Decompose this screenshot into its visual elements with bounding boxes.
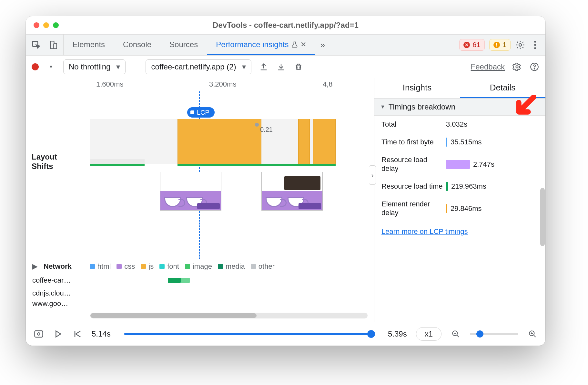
- error-count-badge[interactable]: ✕ 61: [459, 39, 484, 51]
- close-window-button[interactable]: [34, 22, 39, 28]
- network-row[interactable]: coffee-car…: [26, 274, 374, 287]
- delete-icon[interactable]: [293, 62, 304, 72]
- timeline-pane: 1,600ms 3,200ms 4,8 LCP: [26, 78, 374, 322]
- metric-label: Element render delay: [381, 200, 443, 217]
- ls-bar: [90, 164, 145, 166]
- lcp-marker[interactable]: LCP: [187, 107, 215, 118]
- record-menu-caret-icon[interactable]: ▾: [46, 62, 56, 72]
- devtools-tabstrip: Elements Console Sources Performance ins…: [26, 34, 545, 56]
- device-toggle-icon[interactable]: [48, 40, 58, 50]
- more-tabs-chevron-icon[interactable]: »: [315, 35, 330, 55]
- window-title: DevTools - coffee-cart.netlify.app/?ad=1: [26, 21, 545, 30]
- expand-caret-icon[interactable]: ▶: [32, 262, 38, 271]
- tabstrip-right: ✕ 61 ! 1: [459, 35, 545, 55]
- warning-icon: !: [493, 42, 500, 48]
- tab-label: Details: [490, 83, 515, 92]
- warning-count: 1: [502, 41, 506, 49]
- kebab-menu-icon[interactable]: [530, 40, 540, 50]
- record-button[interactable]: [32, 63, 39, 70]
- legend-js: js: [141, 262, 154, 271]
- ls-bar: [177, 164, 336, 166]
- svg-point-6: [534, 47, 536, 49]
- svg-point-4: [534, 41, 536, 43]
- svg-point-7: [516, 66, 518, 68]
- vertical-scrollbar[interactable]: [540, 123, 545, 318]
- color-swatch: [446, 160, 470, 169]
- help-icon[interactable]: [529, 62, 540, 72]
- inspect-element-icon[interactable]: [31, 40, 41, 50]
- metric-label: Resource load delay: [381, 156, 443, 173]
- playback-speed-pill[interactable]: x1: [416, 327, 441, 341]
- pane-collapse-handle[interactable]: ›: [369, 165, 376, 185]
- feedback-link[interactable]: Feedback: [471, 62, 505, 71]
- metric-load-delay: Resource load delay 2.747s: [374, 151, 545, 177]
- legend-html: html: [90, 262, 111, 271]
- svg-point-11: [37, 333, 40, 335]
- svg-point-5: [534, 44, 536, 46]
- svg-rect-10: [35, 331, 43, 337]
- metric-value: 29.846ms: [451, 204, 482, 213]
- minimize-window-button[interactable]: [43, 22, 49, 28]
- tracks-area[interactable]: LCP 0.21 Layout Shifts: [26, 91, 374, 259]
- task-block[interactable]: [298, 119, 310, 164]
- metric-value: 2.747s: [473, 160, 494, 169]
- metric-value: 219.963ms: [451, 182, 486, 191]
- color-swatch: [446, 182, 448, 191]
- tab-elements[interactable]: Elements: [64, 35, 114, 55]
- zoom-slider[interactable]: [470, 333, 518, 335]
- cls-marker[interactable]: [255, 123, 259, 127]
- close-tab-icon[interactable]: ✕: [300, 40, 306, 49]
- filmstrip-thumb[interactable]: [160, 172, 221, 211]
- play-icon[interactable]: [53, 329, 63, 339]
- tab-console[interactable]: Console: [114, 35, 160, 55]
- svg-point-9: [534, 68, 535, 69]
- learn-more-link[interactable]: Learn more on LCP timings: [381, 227, 468, 235]
- network-row[interactable]: www.goo…: [26, 300, 374, 307]
- export-icon[interactable]: [259, 62, 269, 72]
- legend-font: font: [159, 262, 179, 271]
- throttling-select[interactable]: No throttling ▾: [63, 59, 126, 74]
- scrub-slider[interactable]: [124, 333, 374, 335]
- metric-value: 3.032s: [446, 120, 467, 129]
- settings-gear-icon[interactable]: [515, 40, 525, 50]
- color-swatch: [446, 204, 447, 213]
- preview-toggle-icon[interactable]: [34, 329, 44, 339]
- network-row-name: cdnjs.clou…: [26, 289, 84, 297]
- zoom-knob[interactable]: [476, 330, 483, 338]
- main-task-block[interactable]: [177, 119, 261, 164]
- horizontal-scrollbar[interactable]: [90, 313, 368, 318]
- performance-toolbar: ▾ No throttling ▾ coffee-cart.netlify.ap…: [26, 56, 545, 78]
- metric-label: Time to first byte: [381, 138, 443, 146]
- warning-count-badge[interactable]: ! 1: [489, 39, 511, 51]
- devtools-window: DevTools - coffee-cart.netlify.app/?ad=1…: [26, 16, 545, 346]
- network-row[interactable]: cdnjs.clou…: [26, 287, 374, 300]
- import-icon[interactable]: [276, 62, 286, 72]
- panel-settings-icon[interactable]: [512, 62, 522, 72]
- legend-css: css: [117, 262, 135, 271]
- scrub-knob[interactable]: [367, 330, 375, 338]
- rewind-start-icon[interactable]: [72, 329, 83, 339]
- filmstrip-thumb[interactable]: [261, 172, 323, 211]
- metric-label: Resource load time: [381, 182, 443, 191]
- section-title: Timings breakdown: [389, 102, 455, 111]
- zoom-window-button[interactable]: [53, 22, 59, 28]
- tab-insights[interactable]: Insights: [374, 78, 460, 98]
- metric-label: Total: [381, 120, 443, 129]
- legend-image: image: [185, 262, 212, 271]
- titlebar: DevTools - coffee-cart.netlify.app/?ad=1: [26, 16, 545, 34]
- caret-down-icon: ▾: [116, 62, 120, 71]
- throttling-value: No throttling: [69, 62, 110, 71]
- task-block[interactable]: [313, 119, 336, 164]
- zoom-in-icon[interactable]: [527, 329, 538, 339]
- playback-bar: 5.14s 5.39s x1: [26, 322, 545, 346]
- zoom-out-icon[interactable]: [451, 329, 461, 339]
- ruler-tick: 1,600ms: [96, 80, 123, 88]
- legend-other: other: [251, 262, 275, 271]
- time-ruler[interactable]: 1,600ms 3,200ms 4,8: [26, 78, 374, 91]
- tab-performance-insights[interactable]: Performance insights ✕: [207, 35, 315, 55]
- error-count: 61: [472, 41, 480, 49]
- legend-media: media: [218, 262, 245, 271]
- target-select[interactable]: coffee-cart.netlify.app (2) ▾: [146, 59, 251, 74]
- target-value: coffee-cart.netlify.app (2): [151, 62, 236, 71]
- tab-sources[interactable]: Sources: [160, 35, 207, 55]
